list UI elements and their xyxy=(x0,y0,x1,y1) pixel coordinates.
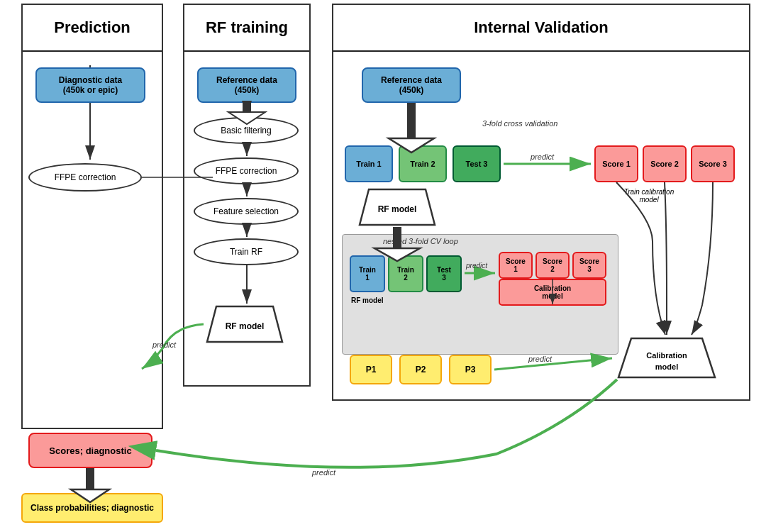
scores-diagnostic-box: Scores; diagnostic xyxy=(28,433,152,468)
ffpe-correction-rf-label: FFPE correction xyxy=(216,166,277,176)
ffpe-correction-label: FFPE correction xyxy=(55,172,116,182)
reference-rf-label: Reference data (450k) xyxy=(216,75,277,95)
svg-text:Calibration: Calibration xyxy=(646,351,687,360)
score3-inner: Score 3 xyxy=(572,252,606,279)
reference-val-label: Reference data (450k) xyxy=(381,75,442,95)
calibration-model-inner: Calibration model xyxy=(499,279,606,306)
p2-label: P2 xyxy=(416,365,426,375)
calibration-inner-label: Calibration model xyxy=(534,284,571,300)
diagnostic-data-box: Diagnostic data (450k or epic) xyxy=(35,67,145,103)
nested-cv-text: nested 3-fold CV loop xyxy=(383,237,458,245)
score1-inner-label: Score 1 xyxy=(506,257,526,273)
train1-inner-label: Train 1 xyxy=(359,266,376,282)
rf-model-validation-trapezoid: RF model xyxy=(358,188,436,227)
test3-inner: Test 3 xyxy=(426,255,462,292)
score1-outer: Score 1 xyxy=(594,145,638,182)
reference-rf-box: Reference data (450k) xyxy=(197,67,296,103)
nested-cv-label: nested 3-fold CV loop xyxy=(383,237,458,245)
basic-filtering-oval: Basic filtering xyxy=(194,117,299,144)
train2-outer-label: Train 2 xyxy=(410,160,435,168)
train2-inner: Train 2 xyxy=(388,255,423,292)
p2-box: P2 xyxy=(399,355,442,384)
svg-text:predict: predict xyxy=(311,468,336,477)
test3-outer-label: Test 3 xyxy=(466,160,488,168)
diagram-container: Prediction RF training Internal Validati… xyxy=(0,0,766,532)
rf-model-trapezoid: RF model xyxy=(206,305,284,344)
train1-outer: Train 1 xyxy=(345,145,393,182)
score1-inner: Score 1 xyxy=(499,252,533,279)
p3-label: P3 xyxy=(465,365,476,375)
score2-outer: Score 2 xyxy=(643,145,687,182)
train2-inner-label: Train 2 xyxy=(397,266,414,282)
train2-outer: Train 2 xyxy=(399,145,447,182)
reference-val-box: Reference data (450k) xyxy=(362,67,461,103)
score3-outer: Score 3 xyxy=(691,145,735,182)
outer-cv-label: 3-fold cross validation xyxy=(482,119,557,128)
score3-inner-label: Score 3 xyxy=(579,257,599,273)
score2-inner-label: Score 2 xyxy=(543,257,562,273)
train-rf-oval: Train RF xyxy=(194,238,299,265)
outer-cv-text: 3-fold cross validation xyxy=(482,119,557,128)
train-calibration-text: Train calibration model xyxy=(624,188,674,204)
feature-selection-oval: Feature selection xyxy=(194,198,299,225)
score1-outer-label: Score 1 xyxy=(602,160,631,168)
p1-box: P1 xyxy=(350,355,392,384)
train-calibration-label: Train calibration model xyxy=(606,188,692,204)
test3-outer: Test 3 xyxy=(453,145,501,182)
train1-inner: Train 1 xyxy=(350,255,385,292)
svg-text:RF model: RF model xyxy=(378,204,417,214)
ffpe-correction-rf-oval: FFPE correction xyxy=(194,157,299,184)
basic-filtering-label: Basic filtering xyxy=(221,126,271,135)
class-probabilities-label: Class probabilities; diagnostic xyxy=(30,503,154,513)
test3-inner-label: Test 3 xyxy=(437,266,451,282)
calibration-model-outer: Calibration model xyxy=(617,337,716,379)
score3-outer-label: Score 3 xyxy=(699,160,727,168)
train1-outer-label: Train 1 xyxy=(356,160,381,168)
ffpe-correction-prediction: FFPE correction xyxy=(28,163,142,192)
class-probabilities-box: Class probabilities; diagnostic xyxy=(21,493,163,523)
score2-outer-label: Score 2 xyxy=(650,160,679,168)
rf-model-inner-label: RF model xyxy=(351,297,384,304)
feature-selection-label: Feature selection xyxy=(213,206,279,216)
diagnostic-data-label: Diagnostic data (450k or epic) xyxy=(59,75,122,95)
p3-box: P3 xyxy=(449,355,492,384)
svg-text:model: model xyxy=(655,362,678,371)
svg-text:RF model: RF model xyxy=(226,321,265,331)
p1-label: P1 xyxy=(366,365,377,375)
scores-diagnostic-label: Scores; diagnostic xyxy=(49,445,131,456)
score2-inner: Score 2 xyxy=(535,252,570,279)
train-rf-label: Train RF xyxy=(230,247,262,257)
